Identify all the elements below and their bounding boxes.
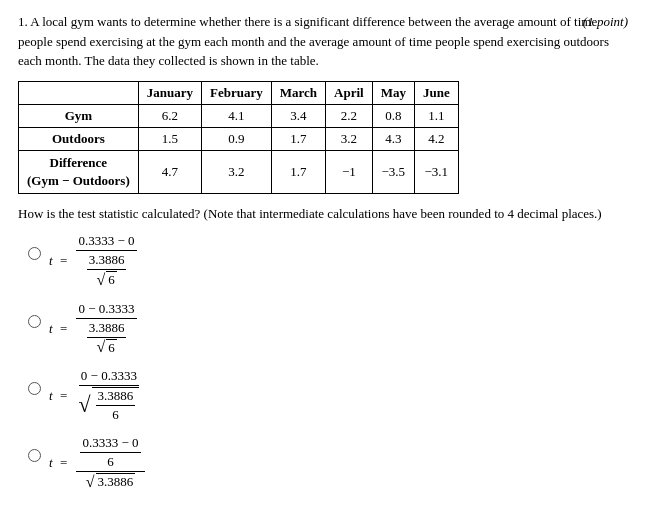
formula-d: t = 0.3333 − 0 6 √ 3.3886 — [49, 435, 147, 491]
option-a[interactable]: t = 0.3333 − 0 3.3886 √ 6 — [28, 233, 628, 289]
formula-b: t = 0 − 0.3333 3.3886 √ 6 — [49, 301, 139, 357]
col-february: February — [201, 81, 271, 104]
frac-b: 0 − 0.3333 3.3886 √ 6 — [76, 301, 136, 357]
how-text: How is the test statistic calculated? (N… — [18, 204, 628, 224]
option-d[interactable]: t = 0.3333 − 0 6 √ 3.3886 — [28, 435, 628, 491]
radio-b[interactable] — [28, 315, 41, 328]
question-block: 1. A local gym wants to determine whethe… — [18, 12, 628, 71]
radio-a[interactable] — [28, 247, 41, 260]
radio-d[interactable] — [28, 449, 41, 462]
t-var-d: t — [49, 455, 53, 471]
question-number: 1. — [18, 14, 28, 29]
formula-a: t = 0.3333 − 0 3.3886 √ 6 — [49, 233, 139, 289]
frac-d: 0.3333 − 0 6 √ 3.3886 — [76, 435, 144, 491]
t-var-c: t — [49, 388, 53, 404]
row-gym: Gym 6.24.13.42.20.81.1 — [19, 104, 459, 127]
points-label: (1 point) — [583, 12, 628, 32]
frac-a: 0.3333 − 0 3.3886 √ 6 — [76, 233, 136, 289]
formula-c: t = 0 − 0.3333 √ 3.3886 6 — [49, 368, 143, 423]
col-march: March — [271, 81, 325, 104]
col-january: January — [138, 81, 201, 104]
option-c[interactable]: t = 0 − 0.3333 √ 3.3886 6 — [28, 368, 628, 423]
option-b[interactable]: t = 0 − 0.3333 3.3886 √ 6 — [28, 301, 628, 357]
question-body: A local gym wants to determine whether t… — [18, 14, 609, 68]
t-var-b: t — [49, 321, 53, 337]
row-outdoors: Outdoors 1.50.91.73.24.34.2 — [19, 127, 459, 150]
data-table: January February March April May June Gy… — [18, 81, 459, 194]
col-may: May — [372, 81, 414, 104]
t-var-a: t — [49, 253, 53, 269]
col-april: April — [326, 81, 373, 104]
row-difference: Difference(Gym − Outdoors) 4.73.21.7−1−3… — [19, 150, 459, 193]
col-june: June — [414, 81, 458, 104]
options-list: t = 0.3333 − 0 3.3886 √ 6 — [28, 233, 628, 491]
frac-c: 0 − 0.3333 √ 3.3886 6 — [76, 368, 141, 423]
radio-c[interactable] — [28, 382, 41, 395]
